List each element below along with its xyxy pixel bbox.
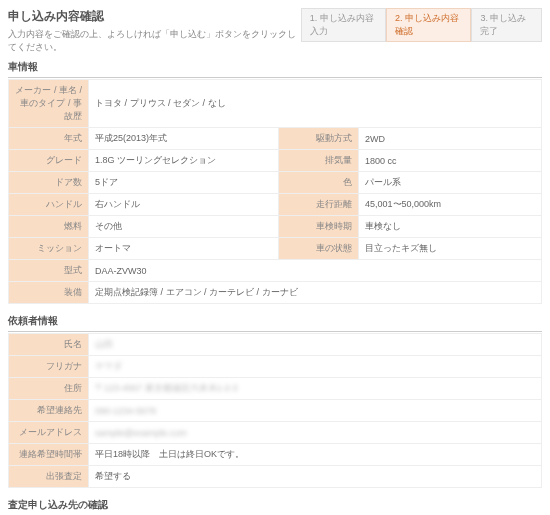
car-label: 年式 (9, 128, 89, 150)
req-label: 住所 (9, 378, 89, 400)
req-value: 090-1234-5678 (89, 400, 542, 422)
car-value: 45,001〜50,000km (359, 194, 542, 216)
car-label: 色 (279, 172, 359, 194)
car-value: 右ハンドル (89, 194, 279, 216)
car-label: 駆動方式 (279, 128, 359, 150)
car-value: 2WD (359, 128, 542, 150)
car-label: 燃料 (9, 216, 89, 238)
dealer-section: 査定申し込み先の確認 買取店名買取店A 買取店B 買取店C 買取店D 買取店E … (8, 498, 542, 515)
req-label: 連絡希望時間帯 (9, 444, 89, 466)
page-title: 申し込み内容確認 (8, 8, 301, 25)
step-1: 1. 申し込み内容入力 (301, 8, 386, 42)
car-label: 車検時期 (279, 216, 359, 238)
car-value: 車検なし (359, 216, 542, 238)
car-label: グレード (9, 150, 89, 172)
car-label: ミッション (9, 238, 89, 260)
requester-info-section: 依頼者情報 氏名山田 フリガナヤマダ 住所〒123-4567 東京都港区六本木1… (8, 314, 542, 488)
car-value: 5ドア (89, 172, 279, 194)
req-value: 平日18時以降 土日は終日OKです。 (89, 444, 542, 466)
car-label: 排気量 (279, 150, 359, 172)
step-indicator: 1. 申し込み内容入力 2. 申し込み内容確認 3. 申し込み完了 (301, 8, 542, 42)
car-label: 走行距離 (279, 194, 359, 216)
req-value: 希望する (89, 466, 542, 488)
car-info-section: 車情報 メーカー / 車名 / 車のタイプ / 事故歴トヨタ / プリウス / … (8, 60, 542, 304)
car-value: 1800 cc (359, 150, 542, 172)
car-value: トヨタ / プリウス / セダン / なし (89, 80, 542, 128)
dealer-heading: 査定申し込み先の確認 (8, 498, 542, 515)
car-info-heading: 車情報 (8, 60, 542, 78)
car-label: 型式 (9, 260, 89, 282)
req-value: 〒123-4567 東京都港区六本木1-2-3 (89, 378, 542, 400)
req-value: sample@example.com (89, 422, 542, 444)
car-value: 目立ったキズ無し (359, 238, 542, 260)
car-value: 1.8G ツーリングセレクション (89, 150, 279, 172)
car-label: メーカー / 車名 / 車のタイプ / 事故歴 (9, 80, 89, 128)
req-label: 出張査定 (9, 466, 89, 488)
req-value: 山田 (89, 334, 542, 356)
req-label: メールアドレス (9, 422, 89, 444)
step-2: 2. 申し込み内容確認 (386, 8, 471, 42)
req-label: フリガナ (9, 356, 89, 378)
car-label: 装備 (9, 282, 89, 304)
req-value: ヤマダ (89, 356, 542, 378)
req-label: 希望連絡先 (9, 400, 89, 422)
car-label: 車の状態 (279, 238, 359, 260)
req-label: 氏名 (9, 334, 89, 356)
car-value: DAA-ZVW30 (89, 260, 542, 282)
requester-info-heading: 依頼者情報 (8, 314, 542, 332)
car-value: その他 (89, 216, 279, 238)
car-value: 定期点検記録簿 / エアコン / カーテレビ / カーナビ (89, 282, 542, 304)
car-value: 平成25(2013)年式 (89, 128, 279, 150)
page-subtitle: 入力内容をご確認の上、よろしければ「申し込む」ボタンをクリックしてください。 (8, 28, 301, 54)
car-label: ハンドル (9, 194, 89, 216)
car-value: オートマ (89, 238, 279, 260)
car-value: パール系 (359, 172, 542, 194)
car-label: ドア数 (9, 172, 89, 194)
step-3: 3. 申し込み完了 (471, 8, 542, 42)
